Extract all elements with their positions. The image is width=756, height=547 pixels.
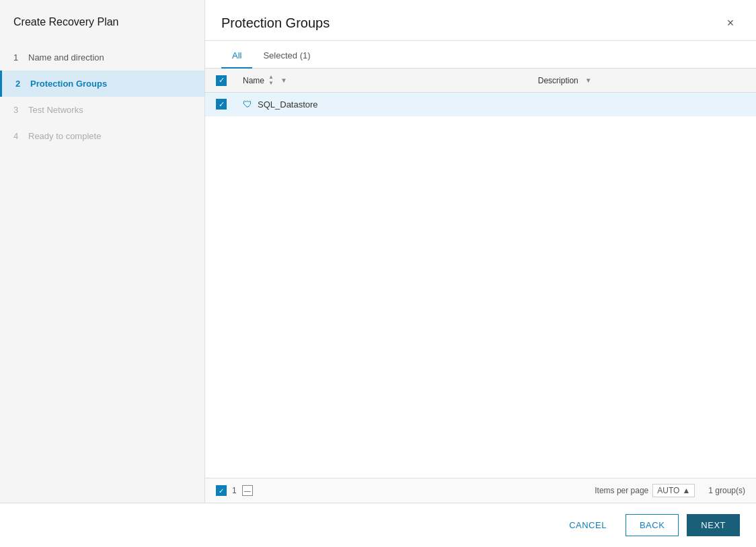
name-filter-icon[interactable]: ▼	[280, 77, 287, 84]
groups-count-label: 1 group(s)	[708, 486, 745, 495]
items-per-page-label: Items per page	[595, 486, 648, 495]
footer-selected-count: 1	[232, 486, 237, 495]
step-3-label: Test Networks	[28, 105, 83, 115]
table-footer: ✓ 1 — Items per page AUTO ▲ 1 group(s)	[205, 478, 756, 503]
step-2-number: 2	[15, 79, 25, 89]
tab-selected[interactable]: Selected (1)	[252, 44, 321, 69]
panel-header: Protection Groups ×	[205, 0, 756, 41]
select-all-checkbox[interactable]: ✓	[216, 75, 227, 86]
sort-desc-icon: ▼	[268, 81, 274, 86]
wizard-step-4[interactable]: 4 Ready to complete	[0, 123, 204, 149]
close-button[interactable]: ×	[721, 13, 740, 32]
table-row[interactable]: ✓ 🛡 SQL_Datastore	[205, 93, 756, 116]
protection-groups-table: ✓ Name ▲ ▼ ▼	[205, 69, 756, 116]
step-1-label: Name and direction	[28, 52, 104, 62]
tab-all-label: All	[232, 50, 241, 60]
panel-title: Protection Groups	[221, 15, 330, 31]
sort-asc-icon: ▲	[268, 75, 274, 80]
table-container: ✓ Name ▲ ▼ ▼	[205, 69, 756, 478]
col-name-label: Name	[243, 76, 264, 85]
wizard-step-1[interactable]: 1 Name and direction	[0, 44, 204, 71]
step-2-label: Protection Groups	[30, 79, 107, 89]
tab-selected-label: Selected (1)	[263, 50, 310, 60]
tabs-bar: All Selected (1)	[205, 44, 756, 69]
step-1-number: 1	[13, 52, 23, 62]
tab-all[interactable]: All	[221, 44, 252, 69]
row-checkbox-cell: ✓	[205, 93, 235, 116]
per-page-selector[interactable]: AUTO ▲	[652, 484, 695, 497]
wizard-step-3[interactable]: 3 Test Networks	[0, 97, 204, 123]
footer-deselect-button[interactable]: —	[242, 485, 253, 496]
create-recovery-plan-dialog: Create Recovery Plan 1 Name and directio…	[0, 0, 756, 547]
wizard-steps: 1 Name and direction 2 Protection Groups…	[0, 44, 204, 149]
main-panel: Protection Groups × All Selected (1)	[205, 0, 756, 503]
step-4-number: 4	[13, 131, 23, 141]
per-page-chevron-icon: ▲	[682, 486, 690, 495]
next-button[interactable]: NEXT	[687, 514, 740, 536]
col-name-header: Name ▲ ▼ ▼	[235, 69, 530, 93]
sort-icons[interactable]: ▲ ▼	[268, 75, 274, 86]
dialog-footer: CANCEL BACK NEXT	[0, 503, 756, 547]
row-name-cell: 🛡 SQL_Datastore	[235, 93, 530, 116]
row-name-value: SQL_Datastore	[258, 99, 318, 110]
col-description-header: Description ▼	[530, 69, 756, 93]
step-4-label: Ready to complete	[28, 131, 101, 141]
footer-select-checkbox[interactable]: ✓	[216, 485, 227, 496]
cancel-button[interactable]: CANCEL	[558, 515, 617, 536]
table-header-row: ✓ Name ▲ ▼ ▼	[205, 69, 756, 93]
back-button[interactable]: BACK	[626, 514, 679, 536]
wizard-sidebar: Create Recovery Plan 1 Name and directio…	[0, 0, 205, 503]
dialog-title: Create Recovery Plan	[0, 16, 204, 44]
row-description-cell	[530, 93, 756, 116]
col-description-label: Description	[538, 76, 578, 85]
row-checkbox[interactable]: ✓	[216, 99, 227, 110]
wizard-step-2[interactable]: 2 Protection Groups	[0, 71, 204, 97]
col-checkbox: ✓	[205, 69, 235, 93]
step-3-number: 3	[13, 105, 23, 115]
items-per-page-control: Items per page AUTO ▲	[595, 484, 695, 497]
per-page-value: AUTO	[657, 486, 679, 495]
protection-group-icon: 🛡	[243, 99, 252, 110]
description-filter-icon[interactable]: ▼	[585, 77, 592, 84]
